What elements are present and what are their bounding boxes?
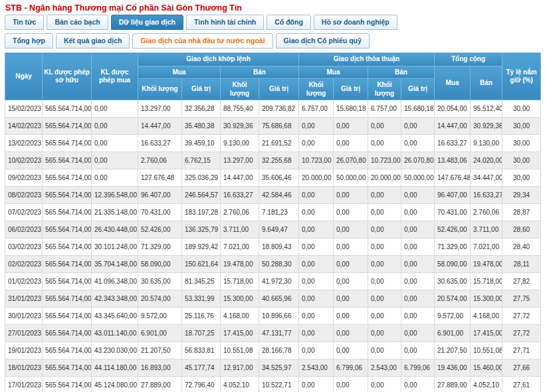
value-cell: 189.929,42 <box>182 239 221 256</box>
value-cell: 0,00 <box>401 325 435 342</box>
value-cell: 35.606,46 <box>259 169 299 187</box>
value-cell: 0,00 <box>401 118 435 135</box>
date-cell: 03/02/2023 <box>5 239 43 256</box>
col-header-order-matching: Giao dịch khớp lệnh <box>138 53 299 66</box>
value-cell: 88.755,40 <box>221 100 259 118</box>
value-cell: 50.000,00 <box>334 169 368 187</box>
value-cell: 14.447,00 <box>221 169 259 187</box>
value-cell: 7.181,23 <box>259 204 299 221</box>
value-cell: 43.230.030,00 <box>92 342 138 359</box>
value-cell: 0,00 <box>334 256 368 273</box>
value-cell: 9.130,00 <box>221 135 259 152</box>
table-row: 30/01/2023565.564.714,0043.345.640,009.5… <box>5 308 541 325</box>
value-cell: 0,00 <box>401 342 435 359</box>
value-cell: 2.760,06 <box>471 204 502 221</box>
table-row: 06/02/2023565.564.714,0026.430.448,0052.… <box>5 221 541 239</box>
value-cell: 70.431,00 <box>138 204 182 221</box>
col-header-allowed-own: KL được phép sở hữu <box>43 53 92 100</box>
value-cell: 29,34 <box>502 187 541 204</box>
value-cell: 0,00 <box>92 135 138 152</box>
col-header-holding-ratio: Tỷ lệ nắm giữ (%) <box>502 53 541 100</box>
tab-tinh-hinh-tai-chinh[interactable]: Tình hình tài chính <box>186 15 264 30</box>
value-cell: 26.070,80 <box>401 152 435 169</box>
value-cell: 39.459,10 <box>182 135 221 152</box>
date-cell: 08/02/2023 <box>5 187 43 204</box>
value-cell: 26.070,80 <box>334 152 368 169</box>
value-cell: 4.168,00 <box>471 308 502 325</box>
value-cell: 0,00 <box>299 118 334 135</box>
value-cell: 20.000,00 <box>299 169 334 187</box>
value-cell: 45.124.080,00 <box>92 377 138 392</box>
value-cell: 27.889,00 <box>435 377 471 392</box>
value-cell: 15.300,00 <box>471 290 502 308</box>
tab-co-dong[interactable]: Cổ đông <box>267 15 311 30</box>
value-cell: 12.396.548,00 <box>92 187 138 204</box>
subtab-giao-dich-co-phieu-quy[interactable]: Giao dịch Cổ phiếu quỹ <box>276 33 370 49</box>
value-cell: 0,00 <box>401 187 435 204</box>
value-cell: 56.833,81 <box>182 342 221 359</box>
value-cell: 27,66 <box>502 359 541 377</box>
value-cell: 0,00 <box>401 377 435 392</box>
value-cell: 127.676,48 <box>138 169 182 187</box>
value-cell: 3.711,00 <box>221 221 259 239</box>
tab-ho-so-doanh-nghiep[interactable]: Hồ sơ doanh nghiệp <box>314 15 397 30</box>
value-cell: 0,00 <box>334 325 368 342</box>
subtab-tong-hop[interactable]: Tổng hợp <box>5 33 53 49</box>
value-cell: 41.972,30 <box>259 273 299 290</box>
subtab-ket-qua-giao-dich[interactable]: Kết quả giao dịch <box>56 33 130 49</box>
table-row: 15/02/2023565.564.714,000,0013.297,0032.… <box>5 100 541 118</box>
value-cell: 17.415,00 <box>471 325 502 342</box>
value-cell: 565.564.714,00 <box>43 359 92 377</box>
date-cell: 13/02/2023 <box>5 135 43 152</box>
value-cell: 96.407,00 <box>435 187 471 204</box>
value-cell: 26.430.448,00 <box>92 221 138 239</box>
subtab-giao-dich-nha-dau-tu-nuoc-ngoai[interactable]: Giao dịch của nhà đầu tư nước ngoài <box>132 33 272 49</box>
value-cell: 2.543,00 <box>368 359 401 377</box>
sub-tabs: Tổng hợpKết quả giao dịchGiao dịch của n… <box>0 33 545 49</box>
value-cell: 0,00 <box>368 308 401 325</box>
col-header-om-sell: Bán <box>221 66 299 79</box>
value-cell: 10.551,08 <box>221 342 259 359</box>
value-cell: 2.760,06 <box>138 152 182 169</box>
header-row-groups: Ngày KL được phép sở hữu KL được phép mu… <box>5 53 541 66</box>
value-cell: 18.809,43 <box>259 239 299 256</box>
date-cell: 19/01/2023 <box>5 342 43 359</box>
value-cell: 565.564.714,00 <box>43 308 92 325</box>
col-header-pt-buy: Mua <box>299 66 368 79</box>
tab-ban-cao-bach[interactable]: Bản cáo bạch <box>47 15 108 30</box>
main-tabs: Tin tứcBản cáo bạchDữ liệu giao dịchTình… <box>0 15 545 30</box>
value-cell: 30,00 <box>502 118 541 135</box>
tab-tin-tuc[interactable]: Tin tức <box>5 15 44 30</box>
tab-du-lieu-giao-dich[interactable]: Dữ liệu giao dịch <box>111 15 183 30</box>
value-cell: 0,00 <box>299 239 334 256</box>
value-cell: 0,00 <box>334 273 368 290</box>
value-cell: 25.116,76 <box>182 308 221 325</box>
value-cell: 16.633,27 <box>471 187 502 204</box>
value-cell: 3.711,00 <box>471 221 502 239</box>
value-cell: 52.426,00 <box>435 221 471 239</box>
value-cell: 150.621,64 <box>182 256 221 273</box>
value-cell: 0,00 <box>299 187 334 204</box>
value-cell: 71.329,00 <box>138 239 182 256</box>
value-cell: 21.207,50 <box>435 342 471 359</box>
value-cell: 27,72 <box>502 325 541 342</box>
page-title: STB - Ngân hàng Thương mại Cổ phần Sài G… <box>0 0 545 15</box>
value-cell: 246.564,57 <box>182 187 221 204</box>
table-body: 15/02/2023565.564.714,000,0013.297,0032.… <box>5 100 541 392</box>
value-cell: 209.736,82 <box>259 100 299 118</box>
col-header-allowed-buy: KL được phép mua <box>92 53 138 100</box>
value-cell: 15.460,00 <box>471 359 502 377</box>
value-cell: 9.572,00 <box>138 308 182 325</box>
value-cell: 565.564.714,00 <box>43 290 92 308</box>
value-cell: 20.574,00 <box>435 290 471 308</box>
value-cell: 42.584,46 <box>259 187 299 204</box>
date-cell: 02/02/2023 <box>5 256 43 273</box>
value-cell: 0,00 <box>299 377 334 392</box>
value-cell: 0,00 <box>368 256 401 273</box>
value-cell: 565.564.714,00 <box>43 118 92 135</box>
value-cell: 19.478,00 <box>471 256 502 273</box>
table-row: 03/02/2023565.564.714,0030.101.248,0071.… <box>5 239 541 256</box>
table-row: 01/02/2023565.564.714,0041.096.348,0030.… <box>5 273 541 290</box>
value-cell: 0,00 <box>334 308 368 325</box>
value-cell: 0,00 <box>92 100 138 118</box>
